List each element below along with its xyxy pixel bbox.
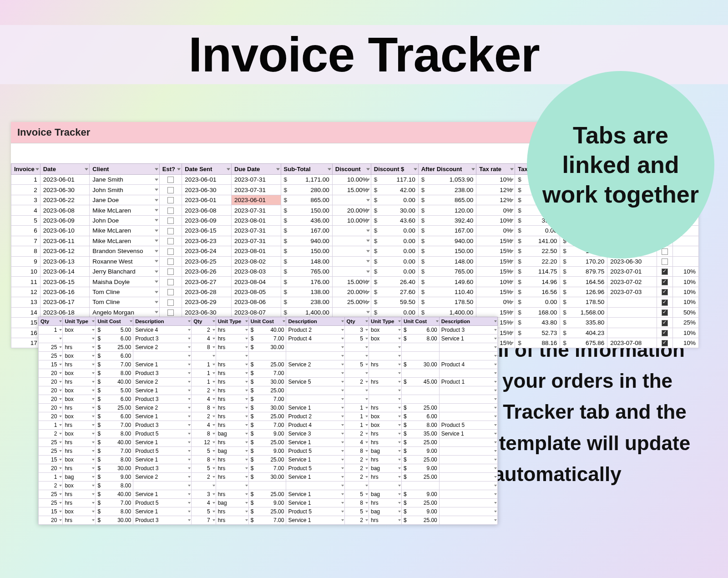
cell[interactable]: 20.00%: [332, 205, 371, 215]
cell[interactable]: [344, 395, 369, 404]
dropdown-icon[interactable]: [245, 485, 248, 487]
dropdown-icon[interactable]: [365, 441, 368, 443]
cell[interactable]: box: [63, 507, 96, 516]
cell[interactable]: 25.00: [402, 499, 440, 507]
dropdown-icon[interactable]: [494, 450, 497, 452]
cell[interactable]: 15: [39, 507, 63, 516]
checkbox[interactable]: [662, 259, 668, 265]
dropdown-icon[interactable]: [398, 424, 401, 426]
cell[interactable]: [344, 369, 369, 378]
cell[interactable]: [439, 447, 497, 456]
cell[interactable]: 17: [11, 338, 40, 348]
dropdown-icon[interactable]: [188, 381, 191, 383]
dropdown-icon[interactable]: [494, 433, 497, 435]
dropdown-icon[interactable]: [212, 519, 215, 521]
filter-icon[interactable]: [35, 168, 39, 170]
cell[interactable]: Product 4: [286, 335, 344, 343]
dropdown-icon[interactable]: [398, 519, 401, 521]
dropdown-icon[interactable]: [245, 519, 248, 521]
cell[interactable]: Mike McLaren: [90, 205, 159, 215]
dropdown-icon[interactable]: [365, 329, 368, 331]
dropdown-icon[interactable]: [212, 511, 215, 512]
dropdown-icon[interactable]: [510, 281, 514, 283]
cell[interactable]: 20: [39, 412, 63, 421]
column-header[interactable]: Qty: [344, 317, 369, 326]
cell[interactable]: 2: [344, 464, 369, 473]
dropdown-icon[interactable]: [212, 502, 215, 504]
dropdown-icon[interactable]: [365, 424, 368, 426]
cell[interactable]: [657, 287, 672, 297]
cell[interactable]: [344, 482, 369, 490]
cell[interactable]: Jane Smith: [90, 175, 159, 185]
cell[interactable]: 20: [39, 369, 63, 378]
cell[interactable]: 6: [11, 226, 40, 236]
cell[interactable]: Tom Cline: [90, 287, 159, 297]
cell[interactable]: hrs: [216, 360, 248, 369]
cell[interactable]: 2023-06-26: [182, 266, 232, 276]
cell[interactable]: 7.00: [248, 464, 286, 473]
dropdown-icon[interactable]: [245, 467, 248, 469]
cell[interactable]: 25.00: [248, 412, 286, 421]
cell[interactable]: 1,400.00: [281, 307, 332, 317]
cell[interactable]: [332, 195, 371, 205]
cell[interactable]: 2023-07-31: [231, 226, 281, 236]
cell[interactable]: 2023-06-14: [40, 266, 90, 276]
dropdown-icon[interactable]: [245, 407, 248, 409]
cell[interactable]: Mike McLaren: [90, 236, 159, 246]
dropdown-icon[interactable]: [398, 433, 401, 435]
dropdown-icon[interactable]: [510, 342, 514, 344]
cell[interactable]: 150.00: [418, 246, 476, 256]
dropdown-icon[interactable]: [245, 433, 248, 435]
dropdown-icon[interactable]: [341, 329, 344, 331]
cell[interactable]: 7.00: [96, 499, 133, 507]
dropdown-icon[interactable]: [188, 433, 191, 435]
checkbox[interactable]: [662, 330, 668, 336]
dropdown-icon[interactable]: [92, 407, 95, 409]
dropdown-icon[interactable]: [59, 329, 62, 331]
cell[interactable]: [248, 482, 286, 490]
dropdown-icon[interactable]: [59, 390, 62, 391]
dropdown-icon[interactable]: [365, 407, 368, 409]
column-header[interactable]: Tax rate: [476, 164, 515, 175]
cell[interactable]: box: [63, 395, 96, 404]
dropdown-icon[interactable]: [365, 459, 368, 461]
cell[interactable]: box: [63, 412, 96, 421]
cell[interactable]: 2: [192, 386, 216, 395]
cell[interactable]: [332, 246, 371, 256]
cell[interactable]: hrs: [63, 360, 96, 369]
cell[interactable]: hrs: [63, 404, 96, 412]
dropdown-icon[interactable]: [398, 476, 401, 478]
cell[interactable]: 59.50: [371, 297, 418, 307]
cell[interactable]: Product 3: [133, 421, 192, 430]
dropdown-icon[interactable]: [188, 416, 191, 417]
cell[interactable]: box: [63, 369, 96, 378]
cell-est[interactable]: [159, 195, 182, 205]
dropdown-icon[interactable]: [59, 338, 62, 340]
cell[interactable]: Service 1: [133, 507, 192, 516]
cell[interactable]: bag: [369, 464, 401, 473]
cell[interactable]: [402, 395, 440, 404]
dropdown-icon[interactable]: [188, 485, 191, 487]
cell[interactable]: [402, 369, 440, 378]
cell[interactable]: Service 1: [286, 473, 344, 482]
checkbox[interactable]: [167, 259, 174, 265]
column-header[interactable]: Unit Cost: [248, 317, 286, 326]
dropdown-icon[interactable]: [92, 329, 95, 331]
cell[interactable]: 9.00: [402, 447, 440, 456]
checkbox[interactable]: [662, 340, 668, 346]
cell[interactable]: bag: [216, 447, 248, 456]
cell[interactable]: 88.16: [515, 338, 560, 348]
cell[interactable]: 7.00: [96, 360, 133, 369]
cell-est[interactable]: [159, 236, 182, 246]
cell[interactable]: 10%: [673, 297, 699, 307]
cell[interactable]: hrs: [63, 421, 96, 430]
column-header[interactable]: Unit Cost: [96, 317, 133, 326]
dropdown-icon[interactable]: [59, 416, 62, 417]
dropdown-icon[interactable]: [212, 407, 215, 409]
dropdown-icon[interactable]: [212, 485, 215, 487]
dropdown-icon[interactable]: [212, 372, 215, 374]
cell-est[interactable]: [159, 246, 182, 256]
cell[interactable]: Product 5: [133, 499, 192, 507]
cell[interactable]: Service 2: [133, 378, 192, 386]
cell[interactable]: 879.75: [560, 266, 607, 276]
